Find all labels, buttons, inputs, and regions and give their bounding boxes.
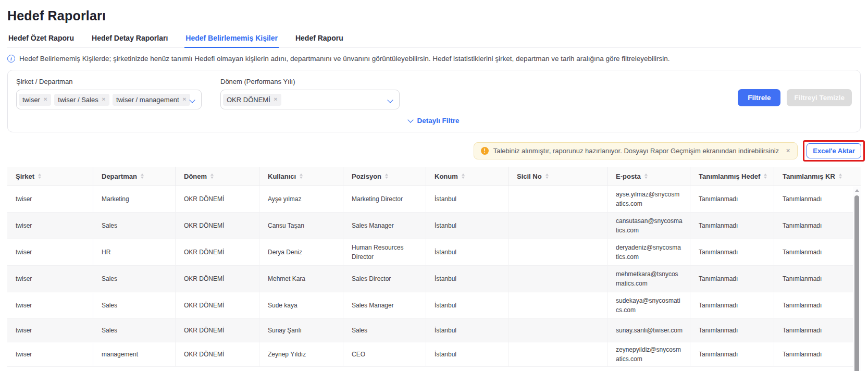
table-cell [509,186,607,212]
table-cell: zeynepyildiz@snycosmatics.com [607,342,690,366]
column-label: Şirket [16,172,34,180]
chevron-down-icon[interactable] [387,97,393,103]
column-label: Kullanıcı [268,172,296,180]
page: Hedef Raporları Hedef Özet RaporuHedef D… [0,8,868,371]
table-cell: HR [93,239,176,265]
notification-text: Talebiniz alınmıştır, raporunuz hazırlan… [493,147,779,155]
tab-hedef-detay-raporları[interactable]: Hedef Detay Raporları [91,31,169,47]
filter-group-company-department: Şirket / Departman twiser✕twiser / Sales… [16,78,202,109]
table-row[interactable]: twiserMarketingOKR DÖNEMİAyşe yılmazMark… [7,186,861,213]
table-cell [509,213,607,239]
filter-chip: twiser✕ [19,94,51,106]
vertical-scrollbar[interactable] [853,187,861,371]
filter-panel: Şirket / Departman twiser✕twiser / Sales… [7,70,861,132]
table-cell: Tanımlanmadı [690,319,774,342]
table-cell [509,292,607,318]
chip-remove-icon[interactable]: ✕ [182,97,187,102]
annotation-highlight-box: Excel'e Aktar [803,140,865,162]
table-row[interactable]: twiserHROKR DÖNEMİDerya DenizHuman Resou… [7,239,861,266]
tab-hedef-belirlememiş-kişiler[interactable]: Hedef Belirlememiş Kişiler [184,31,279,47]
column-header-şirket[interactable]: Şirket [7,167,93,186]
table-row[interactable]: twiserSalesOKR DÖNEMİCansu TaşanSales Ma… [7,213,861,239]
table-cell: Tanımlanmadı [690,292,774,318]
close-icon[interactable]: ✕ [786,147,790,154]
table-cell: Sales [93,213,176,239]
table-cell: İstanbul [426,266,509,292]
chevron-down-icon [408,117,414,122]
sort-icon[interactable] [644,174,648,179]
sort-icon[interactable] [385,174,388,179]
chip-remove-icon[interactable]: ✕ [274,97,278,102]
table-row[interactable]: twiserSalesOKR DÖNEMİSunay ŞanlıSalesİst… [7,319,861,342]
table-cell: twiser [7,266,93,292]
table-row[interactable]: twiserSalesOKR DÖNEMİSude kayaSales Mana… [7,292,861,319]
report-table: ŞirketDepartmanDönemKullanıcıPozisyonKon… [7,167,861,367]
sort-icon[interactable] [210,174,214,179]
sort-icon[interactable] [141,174,144,179]
table-cell: Tanımlanmadı [690,239,774,265]
table-cell: OKR DÖNEMİ [176,319,259,342]
table-cell: Zeynep Yıldız [259,342,343,366]
company-department-select[interactable]: twiser✕twiser / Sales✕twiser / managemen… [16,90,202,109]
column-header-dönem[interactable]: Dönem [176,167,259,186]
clear-filter-button[interactable]: Filtreyi Temizle [787,89,852,106]
sort-icon[interactable] [38,174,41,179]
column-header-tanımlanmış-kr[interactable]: Tanımlanmış KR [774,167,861,186]
table-cell: deryadeniz@snycosmatics.com [607,239,690,265]
table-cell [509,319,607,342]
table-cell: twiser [7,342,93,366]
detailed-filter-toggle[interactable]: Detaylı Filtre [16,117,852,127]
table-cell: Sales Director [343,266,426,292]
table-cell: Tanımlanmadı [774,342,861,366]
sort-icon[interactable] [300,174,303,179]
table-cell: Tanımlanmadı [690,266,774,292]
table-cell: Sales [93,319,176,342]
table-cell: Tanımlanmadı [690,342,774,366]
table-cell: Ayşe yılmaz [259,186,343,212]
table-cell: İstanbul [426,186,509,212]
info-banner: i Hedef Belirlememiş Kişilerde; şirketin… [7,55,861,63]
column-label: Tanımlanmış Hedef [699,172,760,180]
filter-button[interactable]: Filtrele [738,89,780,106]
table-row[interactable]: twiserSalesOKR DÖNEMİMehmet KaraSales Di… [7,266,861,292]
table-cell: Sales [93,266,176,292]
export-excel-button[interactable]: Excel'e Aktar [807,143,861,158]
table-cell: Cansu Taşan [259,213,343,239]
sort-icon[interactable] [462,174,465,179]
sort-icon[interactable] [839,174,842,179]
period-chips: OKR DÖNEMİ✕ [223,94,281,106]
column-header-e-posta[interactable]: E-posta [607,167,690,186]
column-header-tanımlanmış-hedef[interactable]: Tanımlanmış Hedef [690,167,774,186]
column-header-konum[interactable]: Konum [426,167,509,186]
chip-remove-icon[interactable]: ✕ [43,97,47,102]
sort-icon[interactable] [545,174,549,179]
table-cell: twiser [7,319,93,342]
company-department-label: Şirket / Departman [16,78,202,85]
table-cell: ayse.yilmaz@snycosmatics.com [607,186,690,212]
period-select[interactable]: OKR DÖNEMİ✕ [220,90,400,109]
table-cell: İstanbul [426,239,509,265]
column-header-pozisyon[interactable]: Pozisyon [343,167,426,186]
table-cell: Tanımlanmadı [774,239,861,265]
toolbar: ! Talebiniz alınmıştır, raporunuz hazırl… [7,139,865,162]
table-cell: İstanbul [426,319,509,342]
tab-hedef-özet-raporu[interactable]: Hedef Özet Raporu [7,31,75,47]
table-cell: Tanımlanmadı [774,292,861,318]
sort-icon[interactable] [764,174,767,179]
chip-remove-icon[interactable]: ✕ [102,97,106,102]
table-cell: Tanımlanmadı [690,186,774,212]
table-cell: Sales Manager [343,292,426,318]
column-header-kullanıcı[interactable]: Kullanıcı [259,167,343,186]
column-header-sicil-no[interactable]: Sicil No [509,167,607,186]
table-cell: Tanımlanmadı [774,266,861,292]
table-row[interactable]: twisermanagementOKR DÖNEMİZeynep YıldızC… [7,342,861,367]
tab-hedef-raporu[interactable]: Hedef Raporu [294,31,344,47]
page-title: Hedef Raporları [7,8,868,23]
warning-icon: ! [481,147,489,155]
table-cell: Marketing [93,186,176,212]
column-header-departman[interactable]: Departman [93,167,176,186]
scrollbar-thumb[interactable] [854,195,859,371]
column-label: Pozisyon [352,172,381,180]
table-cell: OKR DÖNEMİ [176,186,259,212]
scroll-up-icon[interactable] [855,189,859,192]
